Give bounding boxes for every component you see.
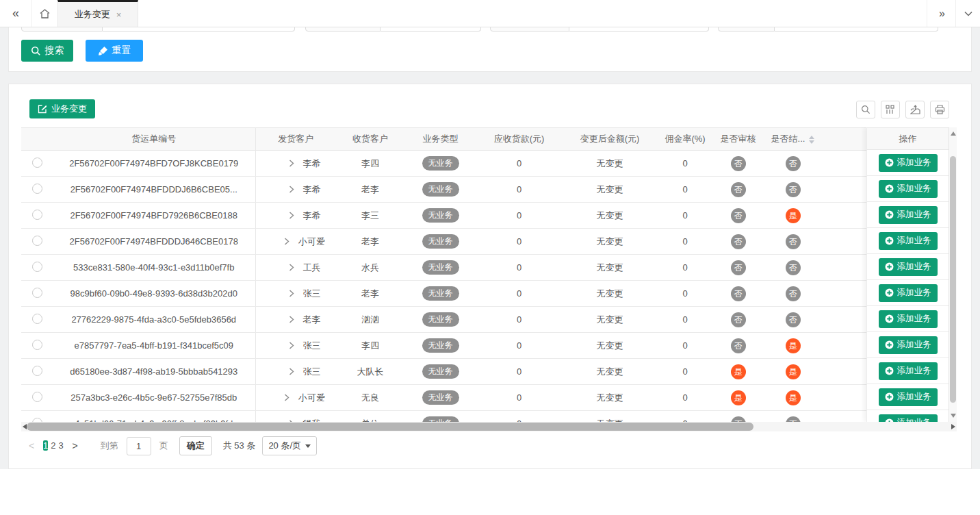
scroll-right-icon[interactable] bbox=[951, 424, 955, 429]
header-audited: 是否审核 bbox=[712, 128, 764, 151]
biz-type-cell: 无业务 bbox=[404, 333, 476, 359]
sort-icon[interactable] bbox=[809, 136, 814, 144]
op-cell: 添加业务 bbox=[867, 306, 949, 332]
expand-tabs-icon[interactable]: » bbox=[927, 0, 955, 27]
receiver-cell: 无良 bbox=[336, 385, 404, 411]
goto-page-input[interactable] bbox=[127, 437, 151, 455]
row-radio[interactable] bbox=[32, 288, 42, 298]
expand-row-icon[interactable] bbox=[289, 159, 297, 169]
row-radio[interactable] bbox=[32, 184, 42, 194]
table-search-button[interactable] bbox=[856, 101, 875, 118]
search-button[interactable]: 搜索 bbox=[21, 40, 73, 62]
add-business-button[interactable]: 添加业务 bbox=[879, 336, 938, 354]
expand-row-icon[interactable] bbox=[284, 393, 292, 403]
row-radio[interactable] bbox=[32, 340, 42, 350]
tab-business-change[interactable]: 业务变更 × bbox=[57, 0, 138, 27]
filter-input[interactable] bbox=[569, 27, 709, 32]
page-size-select[interactable]: 20 条/页 bbox=[262, 436, 317, 455]
scroll-up-icon[interactable] bbox=[951, 131, 956, 136]
audited-cell: 否 bbox=[712, 255, 764, 281]
waybill-id-cell: 257a3bc3-e26c-4b5c-9e67-52755e7f85db bbox=[53, 385, 255, 411]
print-button[interactable] bbox=[930, 101, 949, 118]
settled-cell: 否 bbox=[764, 411, 822, 423]
vertical-scrollbar-thumb[interactable] bbox=[950, 156, 956, 403]
scroll-down-icon[interactable] bbox=[951, 414, 956, 418]
home-tab[interactable] bbox=[31, 0, 57, 27]
row-radio[interactable] bbox=[32, 314, 42, 324]
add-business-button[interactable]: 添加业务 bbox=[879, 154, 938, 172]
add-business-button[interactable]: 添加业务 bbox=[879, 414, 938, 423]
row-select-cell bbox=[21, 333, 53, 359]
confirm-button[interactable]: 确定 bbox=[179, 436, 212, 455]
expand-row-icon[interactable] bbox=[289, 341, 297, 351]
add-business-button[interactable]: 添加业务 bbox=[879, 180, 938, 198]
add-business-button[interactable]: 添加业务 bbox=[879, 206, 938, 224]
add-business-button[interactable]: 添加业务 bbox=[879, 388, 938, 406]
vertical-scrollbar[interactable] bbox=[949, 127, 957, 422]
horizontal-scrollbar-thumb[interactable] bbox=[27, 423, 753, 431]
row-select-cell bbox=[21, 359, 53, 385]
columns-button[interactable] bbox=[881, 101, 900, 118]
add-business-button[interactable]: 添加业务 bbox=[879, 232, 938, 250]
receivable-cell: 0 bbox=[476, 229, 562, 255]
audited-cell: 否 bbox=[712, 177, 764, 203]
expand-row-icon[interactable] bbox=[289, 289, 297, 299]
receiver-cell: 单位 bbox=[336, 411, 404, 423]
receivable-cell: 0 bbox=[476, 281, 562, 307]
chevron-down-icon[interactable] bbox=[955, 0, 980, 27]
close-icon[interactable]: × bbox=[116, 10, 122, 19]
expand-row-icon[interactable] bbox=[289, 211, 297, 221]
shipper-name: 老李 bbox=[303, 314, 321, 325]
biz-type-cell: 无业务 bbox=[404, 281, 476, 307]
row-radio[interactable] bbox=[32, 236, 42, 246]
add-business-button[interactable]: 添加业务 bbox=[879, 362, 938, 380]
expand-row-icon[interactable] bbox=[289, 263, 297, 273]
settled-badge: 否 bbox=[786, 234, 801, 249]
expand-row-icon[interactable] bbox=[289, 315, 297, 325]
add-business-button[interactable]: 添加业务 bbox=[879, 284, 938, 302]
collapse-tabs-icon[interactable]: « bbox=[0, 0, 31, 27]
select-caret-icon bbox=[305, 444, 311, 448]
next-page-button[interactable]: > bbox=[65, 440, 86, 451]
row-radio[interactable] bbox=[32, 158, 42, 168]
business-change-button[interactable]: 业务变更 bbox=[29, 99, 95, 118]
row-radio[interactable] bbox=[32, 392, 42, 402]
export-button[interactable] bbox=[905, 101, 925, 118]
page-number-1[interactable]: 1 bbox=[43, 440, 48, 451]
reset-button[interactable]: 重置 bbox=[86, 40, 143, 62]
add-business-button[interactable]: 添加业务 bbox=[879, 310, 938, 328]
waybill-id-cell: e7857797-7ea5-4bff-b191-f341bcef5c09 bbox=[53, 333, 255, 359]
filter-input[interactable] bbox=[775, 27, 938, 32]
commission-cell: 0 bbox=[658, 385, 712, 411]
prev-page-button[interactable]: < bbox=[21, 440, 42, 451]
commission-cell: 0 bbox=[658, 411, 712, 423]
row-radio[interactable] bbox=[32, 366, 42, 376]
expand-row-icon[interactable] bbox=[289, 367, 297, 377]
brush-icon bbox=[98, 46, 108, 56]
expand-row-icon[interactable] bbox=[284, 237, 292, 247]
biz-type-cell: 无业务 bbox=[404, 151, 476, 177]
audited-cell: 否 bbox=[712, 281, 764, 307]
settled-cell: 否 bbox=[764, 151, 822, 177]
page-number-2[interactable]: 2 bbox=[51, 440, 55, 451]
add-business-button[interactable]: 添加业务 bbox=[879, 258, 938, 276]
filter-input[interactable] bbox=[381, 27, 481, 32]
expand-row-icon[interactable] bbox=[289, 185, 297, 195]
filter-group-4 bbox=[718, 27, 938, 32]
row-radio[interactable] bbox=[32, 262, 42, 272]
page-number-3[interactable]: 3 bbox=[58, 440, 63, 451]
biz-type-badge: 无业务 bbox=[422, 364, 459, 379]
audited-cell: 否 bbox=[712, 151, 764, 177]
changed-amount-cell: 无变更 bbox=[562, 177, 658, 203]
commission-cell: 0 bbox=[658, 177, 712, 203]
audited-badge: 否 bbox=[731, 338, 746, 353]
row-radio[interactable] bbox=[32, 210, 42, 220]
header-settled[interactable]: 是否结... bbox=[764, 128, 822, 151]
shipper-cell: 李希 bbox=[255, 177, 336, 203]
table-wrap: 货运单编号 发货客户 收货客户 业务类型 应收货款(元) 变更后金额(元) 佣金… bbox=[21, 127, 957, 422]
shipper-name: 小可爱 bbox=[298, 236, 325, 247]
filter-input[interactable] bbox=[103, 27, 295, 32]
biz-type-cell: 无业务 bbox=[404, 411, 476, 423]
header-receivable: 应收货款(元) bbox=[476, 128, 562, 151]
horizontal-scrollbar[interactable] bbox=[21, 422, 957, 431]
